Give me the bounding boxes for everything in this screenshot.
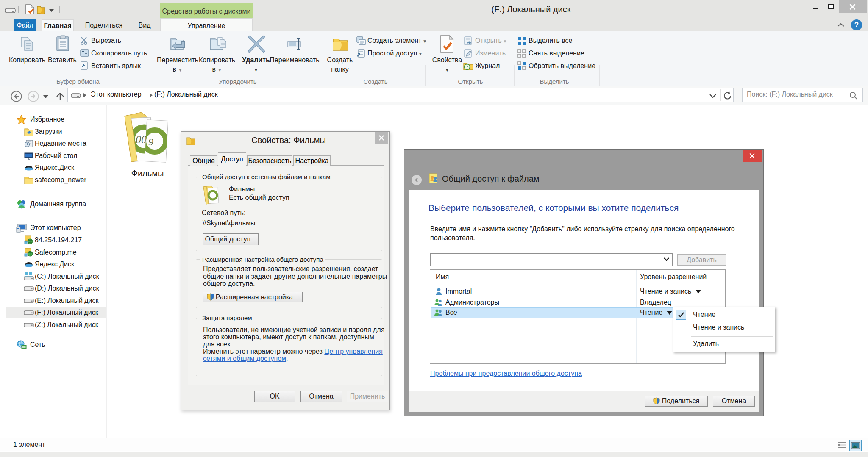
svg-text:9: 9 [148,136,153,147]
svg-text:00: 00 [136,133,147,146]
